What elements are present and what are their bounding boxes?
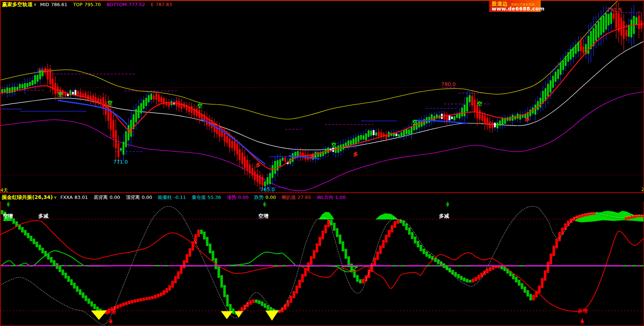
indicator-value-item: 涨势0.00 — [227, 195, 248, 200]
svg-text:空: 空 — [477, 101, 482, 107]
ribbon-layer — [1, 210, 644, 315]
indicator-value-item: BOTTOM777.52 — [106, 2, 145, 7]
green-diamond-marker — [263, 201, 266, 207]
svg-text:多: 多 — [353, 151, 358, 157]
sub-indicator-toolbar: 掘金红绿共振(26,34) ∨ FXXA83.01底背离0.00顶背离0.00能… — [0, 193, 644, 201]
main-indicator-toolbar: 赢家多空轨道 ∨ MID786.61TOP795.70BOTTOM777.52E… — [0, 1, 644, 8]
sub-indicator-values: FXXA83.01底背离0.00顶背离0.00能量柱-0.11量仓值55.36涨… — [60, 194, 351, 201]
yellow-trough-triangle — [265, 310, 279, 321]
main-indicator-values: MID786.61TOP795.70BOTTOM777.52E787.83 — [40, 2, 178, 7]
svg-text:空增: 空增 — [3, 213, 13, 219]
candles-layer — [1, 0, 643, 191]
main-price-panel: 空空空空空空多多多多多782.0780.0771.0765.0790.54天2 — [0, 0, 644, 193]
red-drop-marker — [580, 318, 584, 323]
svg-text:多: 多 — [128, 128, 133, 134]
trading-app-window: 空空空空空空多多多多多782.0780.0771.0765.0790.54天2空… — [0, 0, 644, 326]
indicator-value-item: E787.83 — [151, 2, 172, 7]
green-diamond-marker — [7, 201, 10, 207]
yellow-trough-triangle — [221, 311, 233, 319]
logo-de6688[interactable]: 股道边 指标公式量化资源 www.de6688.com — [489, 0, 541, 12]
green-diamond-marker — [446, 201, 449, 207]
svg-text:空: 空 — [58, 91, 63, 97]
chevron-down-icon[interactable]: ∨ — [54, 195, 57, 200]
chevron-down-icon[interactable]: ∨ — [34, 2, 36, 7]
svg-text:空: 空 — [108, 100, 113, 106]
green-peak-fill — [375, 213, 398, 219]
indicator-value-item: 喇叭值27.65 — [282, 195, 311, 200]
indicator-value-item: 底背离0.00 — [94, 195, 120, 200]
logo-url: www.de6688.com — [492, 6, 539, 12]
indicator-value-item: 跌势0.00 — [254, 195, 276, 200]
logo-brand-line: 股道边 指标公式量化资源 — [492, 1, 539, 6]
sub-indicator-name[interactable]: 掘金红绿共振(26,34) — [2, 194, 53, 201]
svg-text:空: 空 — [412, 119, 417, 125]
svg-text:多: 多 — [256, 162, 261, 168]
svg-text:多: 多 — [525, 116, 530, 122]
chart-canvas[interactable]: 空空空空空空多多多多多782.0780.0771.0765.0790.54天2空… — [0, 0, 644, 326]
indicator-value-item: WL方向1.00 — [317, 195, 345, 200]
indicator-value-item: MID786.61 — [40, 2, 68, 7]
svg-text:多减: 多减 — [439, 213, 449, 219]
main-indicator-name[interactable]: 赢家多空轨道 — [2, 1, 32, 8]
indicator-value-item: 量仓值55.36 — [192, 195, 221, 200]
green-peak-fill — [319, 212, 334, 219]
svg-text:4天: 4天 — [0, 187, 8, 193]
svg-text:空: 空 — [331, 142, 336, 148]
oscillator-panel: 空增多减空增多减多增多增 — [0, 201, 644, 325]
indicator-value-item: 能量柱-0.11 — [158, 195, 186, 200]
svg-text:多增: 多增 — [106, 309, 116, 315]
svg-text:空增: 空增 — [258, 213, 269, 219]
svg-text:多增: 多增 — [578, 308, 588, 314]
svg-text:771.0: 771.0 — [113, 159, 128, 165]
indicator-value-item: TOP795.70 — [73, 2, 101, 7]
svg-text:多减: 多减 — [38, 213, 49, 219]
svg-text:多: 多 — [310, 153, 316, 158]
indicator-value-item: 顶背离0.00 — [126, 195, 152, 200]
band-top-line — [0, 0, 625, 119]
svg-text:782.0: 782.0 — [37, 68, 52, 73]
svg-text:空: 空 — [197, 103, 203, 109]
red-drop-marker — [109, 318, 112, 323]
svg-text:765.0: 765.0 — [260, 187, 275, 192]
indicator-value-item: FXXA83.01 — [60, 195, 88, 200]
svg-text:780.0: 780.0 — [441, 81, 456, 87]
